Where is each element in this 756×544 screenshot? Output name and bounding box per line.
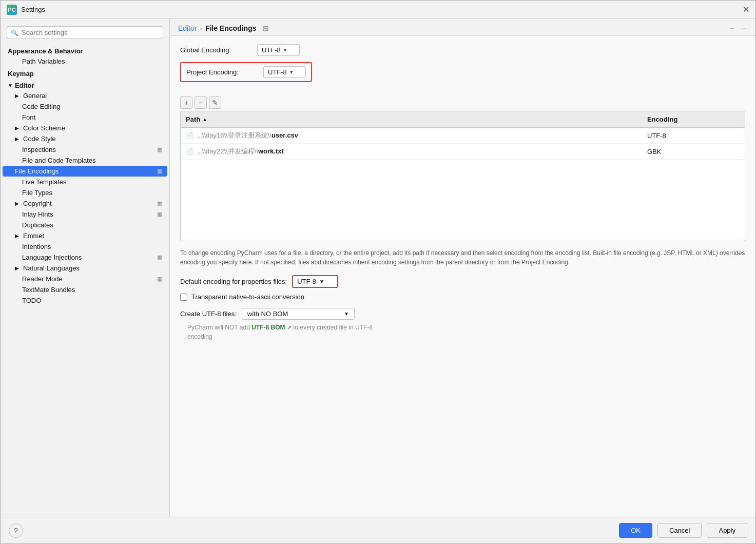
sidebar-item-general[interactable]: ▶ General: [1, 90, 169, 101]
help-button[interactable]: ?: [9, 523, 23, 538]
bom-label: Create UTF-8 files:: [180, 310, 237, 318]
bom-note-arrow: ↗: [287, 324, 292, 331]
main-content: 🔍 Appearance & Behavior Path Variables K…: [1, 19, 755, 517]
sidebar-item-natural-languages[interactable]: ▶ Natural Languages: [1, 263, 169, 274]
col-encoding-header[interactable]: Encoding: [642, 113, 745, 125]
inspections-badge: ▦: [157, 146, 162, 153]
table-row[interactable]: 📄 ...\\day22\\并发编程\\work.txt GBK: [181, 144, 745, 160]
sidebar-item-emmet[interactable]: ▶ Emmet: [1, 230, 169, 241]
breadcrumb-separator: ›: [200, 25, 202, 32]
sidebar-item-live-templates[interactable]: Live Templates: [1, 177, 169, 187]
pin-icon[interactable]: ⊟: [263, 24, 269, 32]
file-icon-1: 📄: [186, 132, 193, 139]
sidebar-item-language-injections[interactable]: Language Injections ▦: [1, 252, 169, 263]
file-table-toolbar: + − ✎: [180, 96, 745, 109]
footer: ? OK Cancel Apply: [1, 517, 755, 543]
edit-button[interactable]: ✎: [209, 96, 221, 109]
sort-icon: ▲: [202, 116, 207, 122]
sidebar-item-inspections[interactable]: Inspections ▦: [1, 144, 169, 155]
nav-back-button[interactable]: ←: [729, 24, 736, 32]
project-encoding-container: Project Encoding: UTF-8 ▼: [180, 62, 745, 89]
color-scheme-arrow-icon: ▶: [15, 125, 19, 131]
sidebar-item-file-code-templates[interactable]: File and Code Templates: [1, 155, 169, 166]
file-encodings-table: Path ▲ Encoding 📄 ...\\day16\\登录注册系统\\us…: [180, 111, 745, 241]
bom-note: PyCharm will NOT add UTF-8 BOM ↗ to ever…: [187, 323, 745, 341]
content-body: Global Encoding: UTF-8 ▼ Project Encodin…: [170, 36, 755, 517]
content-panel: Editor › File Encodings ⊟ ← → Global Enc…: [170, 19, 755, 517]
col-path-header[interactable]: Path ▲: [181, 113, 642, 125]
sidebar-item-font[interactable]: Font: [1, 112, 169, 123]
sidebar: 🔍 Appearance & Behavior Path Variables K…: [1, 19, 170, 517]
sidebar-item-copyright[interactable]: ▶ Copyright ▦: [1, 198, 169, 209]
sidebar-item-reader-mode[interactable]: Reader Mode ▦: [1, 274, 169, 284]
emmet-arrow-icon: ▶: [15, 233, 19, 239]
file-path-text-1: ...\\day16\\登录注册系统\\user.csv: [197, 131, 298, 140]
breadcrumb-parent[interactable]: Editor: [178, 24, 197, 32]
file-path-text-2: ...\\day22\\并发编程\\work.txt: [197, 147, 284, 156]
table-row[interactable]: 📄 ...\\day16\\登录注册系统\\user.csv UTF-8: [181, 128, 745, 144]
utf8-bom-link[interactable]: UTF-8 BOM: [251, 324, 285, 331]
project-encoding-arrow: ▼: [289, 69, 294, 75]
sidebar-item-todo[interactable]: TODO: [1, 295, 169, 306]
window-title: Settings: [21, 6, 743, 13]
bom-row: Create UTF-8 files: with NO BOM ▼: [180, 308, 745, 320]
table-body: 📄 ...\\day16\\登录注册系统\\user.csv UTF-8 📄: [181, 128, 745, 241]
sidebar-item-code-editing[interactable]: Code Editing: [1, 101, 169, 112]
global-encoding-arrow: ▼: [283, 47, 288, 53]
sidebar-item-file-types[interactable]: File Types: [1, 187, 169, 198]
nav-arrows: ← →: [729, 24, 747, 32]
remove-button[interactable]: −: [195, 96, 207, 109]
sidebar-item-path-variables[interactable]: Path Variables: [1, 56, 169, 67]
table-header: Path ▲ Encoding: [181, 111, 745, 128]
global-encoding-row: Global Encoding: UTF-8 ▼: [180, 44, 745, 56]
search-input[interactable]: [7, 26, 163, 39]
sidebar-item-appearance[interactable]: Appearance & Behavior: [1, 44, 169, 56]
info-text: To change encoding PyCharm uses for a fi…: [180, 248, 745, 267]
default-encoding-row: Default encoding for properties files: U…: [180, 275, 745, 288]
ok-button[interactable]: OK: [619, 523, 652, 538]
lang-injections-badge: ▦: [157, 254, 162, 261]
app-icon: PC: [7, 5, 17, 15]
search-icon: 🔍: [11, 29, 18, 36]
settings-window: PC Settings ✕ 🔍 Appearance & Behavior Pa…: [0, 0, 756, 544]
footer-buttons: OK Cancel Apply: [619, 523, 747, 538]
file-encodings-badge: ▦: [157, 168, 162, 174]
breadcrumb: Editor › File Encodings: [178, 24, 257, 32]
file-path-cell-2: 📄 ...\\day22\\并发编程\\work.txt: [181, 145, 642, 158]
reader-mode-badge: ▦: [157, 276, 162, 282]
sidebar-item-duplicates[interactable]: Duplicates: [1, 220, 169, 230]
sidebar-item-color-scheme[interactable]: ▶ Color Scheme: [1, 123, 169, 133]
project-encoding-box: Project Encoding: UTF-8 ▼: [180, 62, 312, 82]
transparent-checkbox[interactable]: [180, 294, 187, 301]
bom-select-arrow: ▼: [344, 311, 349, 317]
global-encoding-select[interactable]: UTF-8 ▼: [257, 44, 300, 56]
add-button[interactable]: +: [180, 96, 192, 109]
nav-forward-button[interactable]: →: [740, 24, 747, 32]
sidebar-item-inlay-hints[interactable]: Inlay Hints ▦: [1, 209, 169, 220]
bom-select[interactable]: with NO BOM ▼: [242, 308, 355, 320]
sidebar-item-intentions[interactable]: Intentions: [1, 241, 169, 252]
natural-languages-arrow-icon: ▶: [15, 265, 19, 271]
default-encoding-select[interactable]: UTF-8 ▼: [292, 275, 338, 288]
global-encoding-label: Global Encoding:: [180, 46, 252, 54]
file-path-cell-1: 📄 ...\\day16\\登录注册系统\\user.csv: [181, 129, 642, 142]
default-encoding-label: Default encoding for properties files:: [180, 278, 287, 285]
apply-button[interactable]: Apply: [707, 523, 747, 538]
cancel-button[interactable]: Cancel: [657, 523, 702, 538]
file-encoding-cell-1: UTF-8: [642, 130, 745, 141]
close-button[interactable]: ✕: [743, 5, 749, 14]
file-icon-2: 📄: [186, 148, 193, 155]
default-encoding-arrow: ▼: [319, 279, 324, 284]
project-encoding-label: Project Encoding:: [186, 68, 258, 76]
sidebar-item-file-encodings[interactable]: File Encodings ▦: [3, 166, 167, 177]
sidebar-item-textmate-bundles[interactable]: TextMate Bundles: [1, 284, 169, 295]
sidebar-item-keymap[interactable]: Keymap: [1, 67, 169, 79]
copyright-badge: ▦: [157, 200, 162, 207]
content-header: Editor › File Encodings ⊟ ← →: [170, 19, 755, 36]
project-encoding-select[interactable]: UTF-8 ▼: [263, 66, 306, 78]
sidebar-item-code-style[interactable]: ▶ Code Style: [1, 133, 169, 144]
code-style-arrow-icon: ▶: [15, 136, 19, 142]
titlebar: PC Settings ✕: [1, 1, 755, 19]
search-container: 🔍: [7, 26, 163, 39]
sidebar-item-editor[interactable]: ▼ Editor: [1, 79, 169, 90]
